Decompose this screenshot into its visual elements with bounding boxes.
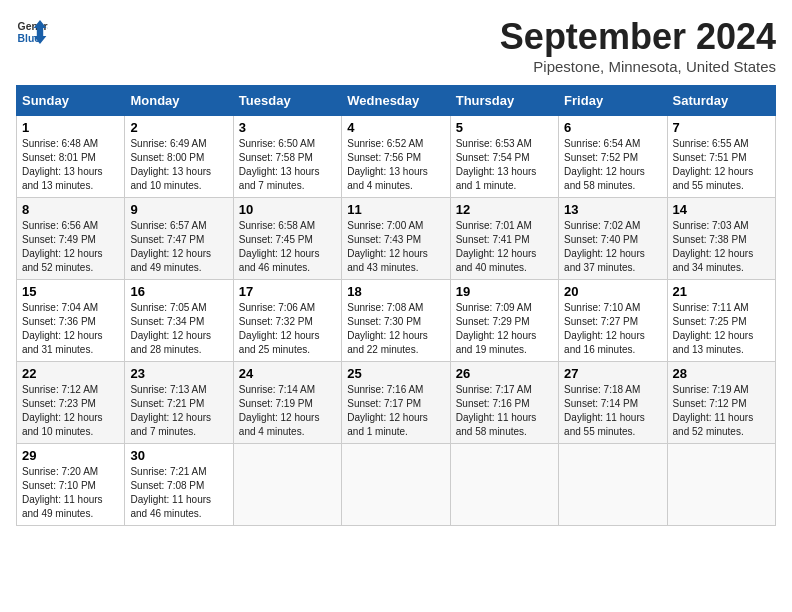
day-number: 3 bbox=[239, 120, 336, 135]
day-info: Sunrise: 7:13 AMSunset: 7:21 PMDaylight:… bbox=[130, 384, 211, 437]
col-monday: Monday bbox=[125, 86, 233, 116]
day-info: Sunrise: 7:06 AMSunset: 7:32 PMDaylight:… bbox=[239, 302, 320, 355]
calendar-cell: 1Sunrise: 6:48 AMSunset: 8:01 PMDaylight… bbox=[17, 116, 125, 198]
col-saturday: Saturday bbox=[667, 86, 775, 116]
calendar-cell: 26Sunrise: 7:17 AMSunset: 7:16 PMDayligh… bbox=[450, 362, 558, 444]
day-info: Sunrise: 6:58 AMSunset: 7:45 PMDaylight:… bbox=[239, 220, 320, 273]
calendar-cell: 5Sunrise: 6:53 AMSunset: 7:54 PMDaylight… bbox=[450, 116, 558, 198]
day-number: 1 bbox=[22, 120, 119, 135]
day-info: Sunrise: 6:53 AMSunset: 7:54 PMDaylight:… bbox=[456, 138, 537, 191]
day-info: Sunrise: 7:03 AMSunset: 7:38 PMDaylight:… bbox=[673, 220, 754, 273]
day-number: 27 bbox=[564, 366, 661, 381]
calendar-cell bbox=[667, 444, 775, 526]
day-number: 14 bbox=[673, 202, 770, 217]
logo: General Blue bbox=[16, 16, 48, 48]
col-wednesday: Wednesday bbox=[342, 86, 450, 116]
day-info: Sunrise: 6:57 AMSunset: 7:47 PMDaylight:… bbox=[130, 220, 211, 273]
calendar-cell: 17Sunrise: 7:06 AMSunset: 7:32 PMDayligh… bbox=[233, 280, 341, 362]
day-number: 21 bbox=[673, 284, 770, 299]
col-tuesday: Tuesday bbox=[233, 86, 341, 116]
calendar-cell bbox=[233, 444, 341, 526]
logo-icon: General Blue bbox=[16, 16, 48, 48]
day-number: 13 bbox=[564, 202, 661, 217]
day-number: 4 bbox=[347, 120, 444, 135]
day-number: 28 bbox=[673, 366, 770, 381]
calendar-cell: 21Sunrise: 7:11 AMSunset: 7:25 PMDayligh… bbox=[667, 280, 775, 362]
calendar-cell: 12Sunrise: 7:01 AMSunset: 7:41 PMDayligh… bbox=[450, 198, 558, 280]
day-number: 8 bbox=[22, 202, 119, 217]
day-number: 16 bbox=[130, 284, 227, 299]
day-info: Sunrise: 7:12 AMSunset: 7:23 PMDaylight:… bbox=[22, 384, 103, 437]
day-number: 6 bbox=[564, 120, 661, 135]
calendar-cell: 2Sunrise: 6:49 AMSunset: 8:00 PMDaylight… bbox=[125, 116, 233, 198]
day-number: 11 bbox=[347, 202, 444, 217]
day-info: Sunrise: 7:00 AMSunset: 7:43 PMDaylight:… bbox=[347, 220, 428, 273]
day-number: 17 bbox=[239, 284, 336, 299]
day-info: Sunrise: 7:04 AMSunset: 7:36 PMDaylight:… bbox=[22, 302, 103, 355]
day-number: 19 bbox=[456, 284, 553, 299]
calendar-cell: 15Sunrise: 7:04 AMSunset: 7:36 PMDayligh… bbox=[17, 280, 125, 362]
calendar-cell: 18Sunrise: 7:08 AMSunset: 7:30 PMDayligh… bbox=[342, 280, 450, 362]
day-info: Sunrise: 7:14 AMSunset: 7:19 PMDaylight:… bbox=[239, 384, 320, 437]
calendar-cell: 23Sunrise: 7:13 AMSunset: 7:21 PMDayligh… bbox=[125, 362, 233, 444]
calendar-cell: 6Sunrise: 6:54 AMSunset: 7:52 PMDaylight… bbox=[559, 116, 667, 198]
calendar-cell: 27Sunrise: 7:18 AMSunset: 7:14 PMDayligh… bbox=[559, 362, 667, 444]
col-friday: Friday bbox=[559, 86, 667, 116]
day-info: Sunrise: 7:08 AMSunset: 7:30 PMDaylight:… bbox=[347, 302, 428, 355]
day-info: Sunrise: 7:16 AMSunset: 7:17 PMDaylight:… bbox=[347, 384, 428, 437]
day-info: Sunrise: 6:56 AMSunset: 7:49 PMDaylight:… bbox=[22, 220, 103, 273]
calendar-cell: 30Sunrise: 7:21 AMSunset: 7:08 PMDayligh… bbox=[125, 444, 233, 526]
calendar-cell: 8Sunrise: 6:56 AMSunset: 7:49 PMDaylight… bbox=[17, 198, 125, 280]
day-info: Sunrise: 7:17 AMSunset: 7:16 PMDaylight:… bbox=[456, 384, 537, 437]
calendar-week: 15Sunrise: 7:04 AMSunset: 7:36 PMDayligh… bbox=[17, 280, 776, 362]
calendar-cell: 24Sunrise: 7:14 AMSunset: 7:19 PMDayligh… bbox=[233, 362, 341, 444]
day-number: 22 bbox=[22, 366, 119, 381]
calendar-week: 29Sunrise: 7:20 AMSunset: 7:10 PMDayligh… bbox=[17, 444, 776, 526]
calendar-cell: 16Sunrise: 7:05 AMSunset: 7:34 PMDayligh… bbox=[125, 280, 233, 362]
day-number: 5 bbox=[456, 120, 553, 135]
calendar-cell: 22Sunrise: 7:12 AMSunset: 7:23 PMDayligh… bbox=[17, 362, 125, 444]
day-info: Sunrise: 7:09 AMSunset: 7:29 PMDaylight:… bbox=[456, 302, 537, 355]
day-info: Sunrise: 7:19 AMSunset: 7:12 PMDaylight:… bbox=[673, 384, 754, 437]
day-number: 23 bbox=[130, 366, 227, 381]
day-info: Sunrise: 6:48 AMSunset: 8:01 PMDaylight:… bbox=[22, 138, 103, 191]
calendar-cell: 3Sunrise: 6:50 AMSunset: 7:58 PMDaylight… bbox=[233, 116, 341, 198]
day-info: Sunrise: 7:20 AMSunset: 7:10 PMDaylight:… bbox=[22, 466, 103, 519]
calendar-week: 8Sunrise: 6:56 AMSunset: 7:49 PMDaylight… bbox=[17, 198, 776, 280]
subtitle: Pipestone, Minnesota, United States bbox=[500, 58, 776, 75]
calendar-cell: 14Sunrise: 7:03 AMSunset: 7:38 PMDayligh… bbox=[667, 198, 775, 280]
day-number: 9 bbox=[130, 202, 227, 217]
calendar-cell: 28Sunrise: 7:19 AMSunset: 7:12 PMDayligh… bbox=[667, 362, 775, 444]
calendar-cell: 29Sunrise: 7:20 AMSunset: 7:10 PMDayligh… bbox=[17, 444, 125, 526]
calendar-table: Sunday Monday Tuesday Wednesday Thursday… bbox=[16, 85, 776, 526]
day-number: 25 bbox=[347, 366, 444, 381]
day-info: Sunrise: 7:18 AMSunset: 7:14 PMDaylight:… bbox=[564, 384, 645, 437]
calendar-cell: 19Sunrise: 7:09 AMSunset: 7:29 PMDayligh… bbox=[450, 280, 558, 362]
calendar-cell bbox=[559, 444, 667, 526]
day-info: Sunrise: 6:55 AMSunset: 7:51 PMDaylight:… bbox=[673, 138, 754, 191]
day-number: 2 bbox=[130, 120, 227, 135]
calendar-cell: 10Sunrise: 6:58 AMSunset: 7:45 PMDayligh… bbox=[233, 198, 341, 280]
calendar-cell: 13Sunrise: 7:02 AMSunset: 7:40 PMDayligh… bbox=[559, 198, 667, 280]
calendar-cell: 11Sunrise: 7:00 AMSunset: 7:43 PMDayligh… bbox=[342, 198, 450, 280]
day-info: Sunrise: 6:50 AMSunset: 7:58 PMDaylight:… bbox=[239, 138, 320, 191]
day-info: Sunrise: 7:11 AMSunset: 7:25 PMDaylight:… bbox=[673, 302, 754, 355]
calendar-cell: 20Sunrise: 7:10 AMSunset: 7:27 PMDayligh… bbox=[559, 280, 667, 362]
day-info: Sunrise: 6:54 AMSunset: 7:52 PMDaylight:… bbox=[564, 138, 645, 191]
header: General Blue September 2024 Pipestone, M… bbox=[16, 16, 776, 75]
calendar-cell: 7Sunrise: 6:55 AMSunset: 7:51 PMDaylight… bbox=[667, 116, 775, 198]
day-info: Sunrise: 6:52 AMSunset: 7:56 PMDaylight:… bbox=[347, 138, 428, 191]
day-number: 29 bbox=[22, 448, 119, 463]
day-info: Sunrise: 7:05 AMSunset: 7:34 PMDaylight:… bbox=[130, 302, 211, 355]
calendar-week: 1Sunrise: 6:48 AMSunset: 8:01 PMDaylight… bbox=[17, 116, 776, 198]
day-info: Sunrise: 7:02 AMSunset: 7:40 PMDaylight:… bbox=[564, 220, 645, 273]
day-number: 24 bbox=[239, 366, 336, 381]
title-area: September 2024 Pipestone, Minnesota, Uni… bbox=[500, 16, 776, 75]
day-info: Sunrise: 6:49 AMSunset: 8:00 PMDaylight:… bbox=[130, 138, 211, 191]
calendar-cell bbox=[342, 444, 450, 526]
col-thursday: Thursday bbox=[450, 86, 558, 116]
day-info: Sunrise: 7:10 AMSunset: 7:27 PMDaylight:… bbox=[564, 302, 645, 355]
day-number: 20 bbox=[564, 284, 661, 299]
day-number: 12 bbox=[456, 202, 553, 217]
calendar-cell bbox=[450, 444, 558, 526]
